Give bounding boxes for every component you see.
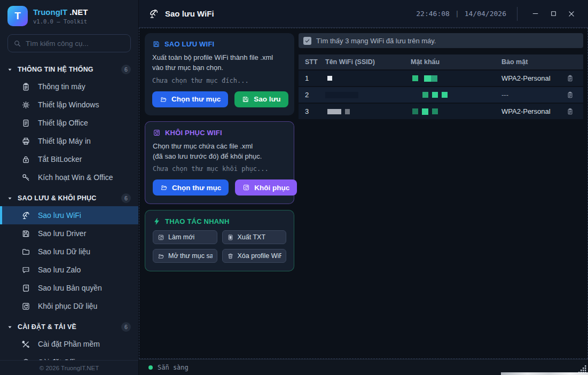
wifi-table: STT Tên WiFi (SSID) Mật khẩu Bảo mật 1WP… — [299, 54, 583, 119]
redacted-block — [442, 92, 448, 98]
sidebar-item-thi-t-l-p-windows[interactable]: Thiết lập Windows — [0, 96, 138, 114]
folder-open-icon — [160, 184, 168, 191]
sidebar-section-header[interactable]: CÀI ĐẶT & TẢI VỀ6 — [0, 319, 138, 335]
section-count-badge: 6 — [121, 322, 131, 332]
cell-stt: 1 — [299, 74, 325, 82]
sidebar-section-header[interactable]: THÔNG TIN HỆ THỐNG6 — [0, 61, 138, 77]
sidebar-item-thi-t-l-p-m-y-in[interactable]: Thiết lập Máy in — [0, 132, 138, 150]
quick-action-l-m-m-i[interactable]: Làm mới — [153, 230, 217, 244]
section-label: THÔNG TIN HỆ THỐNG — [18, 66, 121, 73]
copy-password-icon[interactable] — [566, 107, 574, 115]
clock-area: 22:46:08 | 14/04/2026 — [416, 10, 506, 18]
restore-choose-folder-button[interactable]: Chọn thư mục — [153, 179, 229, 196]
cell-security: WPA2-Personal — [501, 74, 556, 82]
sidebar-item-c-i-t-office[interactable]: Cài đặt Office — [0, 353, 138, 360]
printer-icon — [21, 137, 30, 146]
close-button[interactable] — [562, 6, 581, 22]
restore-icon — [21, 302, 30, 311]
quick-action-m-th-m-c-sao-l-u[interactable]: Mở thư mục sao lưu — [153, 249, 217, 263]
sidebar-item-c-i-t-ph-n-m-m[interactable]: Cài đặt Phần mềm — [0, 335, 138, 353]
folder-open-icon — [158, 253, 164, 260]
sidebar-footer: © 2026 TruongIT.NET — [0, 360, 138, 375]
wifi-found-banner: Tìm thấy 3 mạng WiFi đã lưu trên máy. — [299, 33, 583, 48]
section-count-badge: 6 — [121, 193, 131, 203]
search-input[interactable] — [26, 40, 125, 48]
maximize-button[interactable] — [544, 6, 562, 22]
redacted-block — [424, 75, 431, 82]
section-label: SAO LƯU & KHÔI PHỤC — [18, 194, 121, 202]
clipboard-icon — [21, 82, 30, 91]
sidebar-item-label: Tắt BitLocker — [38, 155, 82, 163]
restore-button[interactable]: Khôi phục — [235, 179, 297, 196]
wifi-table-row[interactable]: 2--- — [299, 87, 583, 103]
trash-icon — [227, 253, 234, 260]
sidebar-item-label: Sao lưu Dữ liệu — [38, 247, 90, 256]
backup-wifi-card: SAO LƯU WIFI Xuất toàn bộ profile WiFi t… — [145, 33, 294, 115]
title-bar: Sao lưu WiFi 22:46:08 | 14/04/2026 — [139, 0, 588, 28]
sidebar-item-t-t-bitlocker[interactable]: Tắt BitLocker — [0, 150, 138, 168]
wifi-table-row[interactable]: 1WPA2-Personal — [299, 71, 583, 86]
search-box[interactable] — [7, 34, 131, 52]
minimize-button[interactable] — [526, 6, 544, 22]
quick-action-xu-t-txt[interactable]: Xuất TXT — [222, 230, 287, 244]
quick-action-x-a-profile-wifi[interactable]: Xóa profile WiFi — [222, 249, 287, 263]
backup-card-title: SAO LƯU WIFI — [152, 40, 287, 48]
sidebar-item-label: Sao lưu WiFi — [38, 211, 81, 220]
clock-separator: | — [455, 10, 459, 18]
restore-wifi-card: KHÔI PHỤC WIFI Chọn thư mục chứa các fil… — [145, 121, 294, 205]
floppy-icon — [21, 229, 30, 238]
check-icon — [303, 37, 311, 45]
wifi-list-column: Tìm thấy 3 mạng WiFi đã lưu trên máy. ST… — [299, 33, 583, 353]
sidebar-item-label: Cài đặt Phần mềm — [38, 340, 100, 348]
wifi-table-header: STT Tên WiFi (SSID) Mật khẩu Bảo mật — [299, 54, 583, 69]
lock-icon — [21, 155, 30, 164]
sidebar-item-th-ng-tin-m-y[interactable]: Thông tin máy — [0, 77, 138, 96]
folder-icon — [21, 247, 30, 256]
cell-stt: 3 — [299, 107, 325, 115]
cell-copy — [556, 74, 583, 82]
redacted-block — [432, 108, 438, 114]
app-window: T TruongIT .NET v1.0.0 — Toolkit THÔNG T… — [0, 0, 588, 375]
sidebar-item-sao-l-u-zalo[interactable]: Sao lưu Zalo — [0, 261, 138, 279]
chat-icon — [21, 265, 30, 275]
gear-icon — [21, 100, 30, 110]
redacted-block — [422, 92, 428, 98]
sidebar-item-k-ch-ho-t-win-office[interactable]: Kích hoạt Win & Office — [0, 168, 138, 186]
main-panel: Sao lưu WiFi 22:46:08 | 14/04/2026 SAO L… — [139, 0, 588, 375]
app-version: v1.0.0 — Toolkit — [33, 18, 88, 25]
redacted-block — [327, 109, 341, 114]
sidebar-item-label: Sao lưu Bản quyền — [38, 284, 102, 292]
sidebar-item-thi-t-l-p-office[interactable]: Thiết lập Office — [0, 114, 138, 132]
app-logo: T — [7, 6, 28, 26]
sidebar-item-sao-l-u-wifi[interactable]: Sao lưu WiFi — [0, 206, 138, 224]
cell-password-redacted — [411, 75, 501, 82]
backup-choose-folder-button[interactable]: Chọn thư mục — [152, 91, 228, 107]
sidebar-item-label: Thông tin máy — [38, 82, 85, 91]
sidebar-item-kh-i-ph-c-d-li-u[interactable]: Khôi phục Dữ liệu — [0, 297, 138, 315]
copy-password-icon[interactable] — [566, 74, 574, 82]
cell-copy — [556, 91, 583, 99]
backup-save-button[interactable]: Sao lưu — [234, 91, 288, 107]
sidebar-section-header[interactable]: SAO LƯU & KHÔI PHỤC6 — [0, 190, 138, 206]
titlebar-divider — [517, 7, 518, 21]
sidebar-item-label: Cài đặt Office — [38, 358, 83, 360]
sidebar-item-sao-l-u-driver[interactable]: Sao lưu Driver — [0, 224, 138, 243]
sidebar-item-sao-l-u-d-li-u[interactable]: Sao lưu Dữ liệu — [0, 243, 138, 261]
close-icon — [568, 10, 575, 18]
license-icon — [21, 284, 30, 293]
satellite-icon — [21, 211, 30, 220]
content-area: SAO LƯU WIFI Xuất toàn bộ profile WiFi t… — [139, 28, 588, 359]
sidebar-item-label: Sao lưu Zalo — [38, 265, 81, 274]
app-title: TruongIT .NET — [33, 7, 88, 17]
sidebar-item-label: Thiết lập Máy in — [38, 137, 91, 145]
wifi-table-row[interactable]: 3WPA2-Personal — [299, 104, 583, 119]
redacted-block — [431, 75, 437, 82]
floppy-icon — [152, 40, 160, 48]
copy-password-icon[interactable] — [566, 91, 574, 99]
cell-ssid-redacted — [325, 109, 411, 114]
backup-card-description: Xuất toàn bộ profile WiFi thành file .xm… — [152, 53, 275, 73]
cell-security: WPA2-Personal — [501, 107, 556, 115]
status-text: Sẵn sàng — [158, 364, 189, 371]
sidebar-item-sao-l-u-b-n-quy-n[interactable]: Sao lưu Bản quyền — [0, 279, 138, 297]
wifi-found-text: Tìm thấy 3 mạng WiFi đã lưu trên máy. — [316, 37, 436, 45]
